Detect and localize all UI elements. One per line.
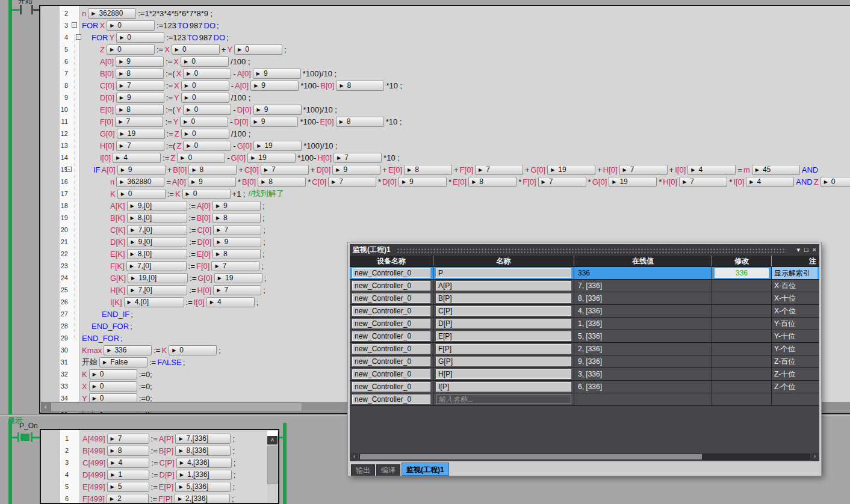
modify-value-cell[interactable] xyxy=(712,381,772,393)
st-value-box[interactable]: ▶0 xyxy=(177,153,225,163)
st-value-box[interactable]: ▶9,[0] xyxy=(127,237,187,247)
st-value-box[interactable]: ▶8,[336] xyxy=(175,446,231,456)
modify-value-cell[interactable] xyxy=(712,318,772,330)
st-value-box[interactable]: ▶19,[0] xyxy=(128,273,188,283)
st-value-box[interactable]: ▶8 xyxy=(116,105,164,115)
variable-name-field[interactable]: F[P] xyxy=(436,344,571,354)
watch-row[interactable]: new_Controller_0C[P]4, [336]X-个位 xyxy=(350,305,819,318)
st-value-box[interactable]: ▶5 xyxy=(107,482,149,492)
watch-tab-1[interactable]: 输出 xyxy=(351,464,375,476)
note-cell[interactable]: 显示解索引 xyxy=(772,267,817,279)
contact-closed-icon[interactable] xyxy=(17,432,19,442)
modify-value-cell[interactable] xyxy=(712,368,772,380)
watch-titlebar[interactable]: 监视(工程)1 ▾ □ × xyxy=(350,244,819,256)
fold-toggle-icon[interactable]: − xyxy=(66,167,72,172)
watch-row[interactable]: new_Controller_0G[P]9, [336]Z-百位 xyxy=(350,355,819,368)
st-value-box[interactable]: ▶0 xyxy=(89,369,137,380)
st-value-box[interactable]: ▶7 xyxy=(538,177,586,187)
st-value-box[interactable]: ▶0 xyxy=(169,345,217,355)
variable-name-field[interactable]: H[P] xyxy=(436,369,571,379)
note-cell[interactable]: Z-十位 xyxy=(772,368,817,380)
st-value-box[interactable]: ▶7 xyxy=(328,177,376,187)
column-header[interactable]: 修改 xyxy=(712,256,772,266)
st-value-box[interactable]: ▶7,[0] xyxy=(126,261,187,271)
st-value-box[interactable]: ▶8 xyxy=(107,446,149,456)
st-value-box[interactable]: ▶1 xyxy=(107,470,149,480)
device-name-field[interactable]: new_Controller_0 xyxy=(352,344,430,354)
watch-horizontal-scrollbar[interactable]: ‹ › xyxy=(350,452,819,461)
st-value-box[interactable]: ▶7,[336] xyxy=(175,434,231,444)
st-value-box[interactable]: ▶7 xyxy=(115,117,163,127)
variable-name-field[interactable]: E[P] xyxy=(436,331,571,341)
st-value-box[interactable]: ▶0 xyxy=(182,189,231,199)
st-value-box[interactable]: ▶4 xyxy=(687,165,736,175)
modify-value-cell[interactable] xyxy=(712,280,772,292)
st-value-box[interactable]: ▶8 xyxy=(116,69,164,79)
watch-tab-2[interactable]: 编译 xyxy=(376,464,400,476)
st-value-box[interactable]: ▶362880 xyxy=(116,177,164,187)
scroll-right-button[interactable]: › xyxy=(811,453,819,461)
watch-row[interactable]: new_Controller_0D[P]1, [336]Y-百位 xyxy=(350,318,819,330)
st-value-box[interactable]: ▶False xyxy=(99,357,147,367)
variable-name-field[interactable]: A[P] xyxy=(436,281,571,290)
watch-row[interactable]: new_Controller_0I[P]6, [336]Z-个位 xyxy=(350,381,819,393)
st-value-box[interactable]: ▶7,[0] xyxy=(127,225,187,235)
st-value-box[interactable]: ▶7 xyxy=(107,434,149,444)
st-value-box[interactable]: ▶9 xyxy=(116,57,164,67)
modify-value-cell[interactable] xyxy=(712,393,772,405)
st-value-box[interactable]: ▶0 xyxy=(234,45,282,55)
st-value-box[interactable]: ▶8 xyxy=(212,249,261,259)
st-value-box[interactable]: ▶8 xyxy=(212,213,261,223)
modify-value-cell[interactable] xyxy=(712,305,772,317)
watch-row[interactable]: new_Controller_0P336336显示解索引 xyxy=(350,267,819,280)
st-value-box[interactable]: ▶19 xyxy=(253,141,302,151)
st-value-box[interactable]: ▶0 xyxy=(180,117,228,127)
st-value-box[interactable]: ▶4,[0] xyxy=(124,297,184,307)
device-name-field[interactable]: new_Controller_0 xyxy=(352,369,430,379)
st-value-box[interactable]: ▶8,[0] xyxy=(127,249,187,259)
st-value-box[interactable]: ▶7 xyxy=(679,177,727,187)
st-value-box[interactable]: ▶9 xyxy=(116,93,164,103)
st-value-box[interactable]: ▶0 xyxy=(183,141,231,151)
column-header[interactable]: 设备名称 xyxy=(350,256,433,266)
st-value-box[interactable]: ▶9 xyxy=(253,105,302,115)
st-value-box[interactable]: ▶362880 xyxy=(88,8,136,19)
variable-name-field[interactable]: B[P] xyxy=(436,293,571,303)
st-value-box[interactable]: ▶7 xyxy=(213,285,261,295)
modify-value-cell[interactable] xyxy=(712,330,772,342)
note-cell[interactable]: Y-十位 xyxy=(772,330,817,342)
variable-name-field[interactable]: I[P] xyxy=(436,382,571,392)
fold-toggle-icon[interactable]: − xyxy=(76,34,81,40)
variable-name-field[interactable]: G[P] xyxy=(436,357,571,366)
scrollbar-thumb[interactable] xyxy=(267,446,278,484)
st-value-box[interactable]: ▶7 xyxy=(333,153,382,163)
st-value-box[interactable]: ▶0 xyxy=(821,177,850,187)
st-value-box[interactable]: ▶19 xyxy=(547,165,595,175)
watch-row[interactable]: new_Controller_0F[P]2, [336]Y-个位 xyxy=(350,343,819,355)
st-value-box[interactable]: ▶7 xyxy=(475,165,523,175)
st-value-box[interactable]: ▶0 xyxy=(181,81,229,91)
st-value-box[interactable]: ▶0 xyxy=(107,20,155,31)
st-value-box[interactable]: ▶9 xyxy=(253,69,301,79)
modify-value-cell[interactable] xyxy=(712,355,772,367)
st-value-box[interactable]: ▶4,[336] xyxy=(176,458,232,468)
st-value-box[interactable]: ▶1,[336] xyxy=(176,470,232,480)
st-value-box[interactable]: ▶4 xyxy=(107,458,149,468)
watch-row[interactable]: new_Controller_0输入名称... xyxy=(350,393,819,406)
watch-row[interactable]: new_Controller_0A[P]7, [336]X-百位 xyxy=(350,280,819,292)
st-value-box[interactable]: ▶8 xyxy=(188,165,237,175)
st-value-box[interactable]: ▶8 xyxy=(404,165,452,175)
st-value-box[interactable]: ▶4 xyxy=(113,153,161,163)
st-value-box[interactable]: ▶0 xyxy=(183,105,231,115)
st-value-box[interactable]: ▶9 xyxy=(332,165,380,175)
note-cell[interactable]: Z-百位 xyxy=(772,355,817,367)
device-name-field[interactable]: new_Controller_0 xyxy=(352,268,430,278)
st-value-box[interactable]: ▶0 xyxy=(181,57,229,67)
st-value-box[interactable]: ▶0 xyxy=(116,32,164,43)
st-value-box[interactable]: ▶4 xyxy=(206,297,255,307)
scroll-up-button[interactable]: ∧ xyxy=(267,436,278,444)
device-name-field[interactable]: new_Controller_0 xyxy=(352,281,430,290)
note-cell[interactable]: Y-百位 xyxy=(772,318,817,330)
st-value-box[interactable]: ▶8,[0] xyxy=(127,213,187,223)
scrollbar-thumb[interactable] xyxy=(360,454,702,459)
